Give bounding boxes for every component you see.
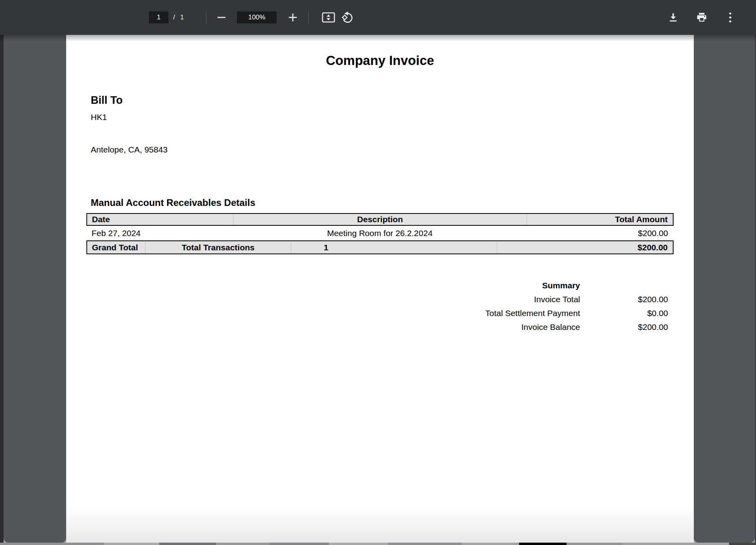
window-edge-left — [0, 35, 4, 543]
table-row: Feb 27, 2024 Meeting Room for 26.2.2024 … — [86, 226, 674, 240]
bill-to-address: Antelope, CA, 95843 — [91, 145, 168, 154]
toolbar-center-controls: / 1 100% — [149, 0, 357, 35]
viewer-background-left — [4, 35, 66, 543]
summary-label-settlement: Total Settlement Payment — [485, 306, 580, 320]
fit-page-button[interactable] — [319, 8, 338, 27]
column-header-description: Description — [233, 214, 527, 225]
download-icon — [668, 12, 678, 23]
bill-to-recipient: HK1 — [91, 112, 107, 122]
summary-section: Summary Invoice Total $200.00 Total Sett… — [485, 278, 674, 334]
total-transactions-label: Total Transactions — [145, 241, 291, 253]
more-options-icon — [729, 12, 731, 23]
more-options-button[interactable] — [721, 8, 740, 27]
download-button[interactable] — [664, 8, 683, 27]
grand-total-label: Grand Total — [87, 243, 145, 252]
table-header-row: Date Description Total Amount — [86, 213, 674, 226]
rotate-counterclockwise-icon — [341, 11, 354, 24]
summary-label-balance: Invoice Balance — [485, 320, 580, 334]
print-button[interactable] — [692, 8, 711, 27]
pdf-page: Company Invoice Bill To HK1 Antelope, CA… — [66, 35, 694, 543]
plus-icon — [289, 13, 297, 21]
page-number-input[interactable] — [149, 11, 168, 23]
cell-amount: $200.00 — [527, 229, 674, 238]
grand-total-amount: $200.00 — [497, 241, 673, 253]
page-count: 1 — [180, 13, 184, 21]
receivables-heading: Manual Account Receivables Details — [91, 197, 255, 208]
toolbar-divider — [308, 11, 309, 23]
summary-value-settlement: $0.00 — [580, 306, 668, 320]
invoice-title: Company Invoice — [66, 53, 694, 68]
rotate-button[interactable] — [338, 8, 357, 27]
viewer-background-right — [694, 35, 755, 543]
zoom-in-button[interactable] — [286, 10, 300, 25]
bottom-window-sliver — [0, 543, 756, 545]
summary-value-balance: $200.00 — [580, 320, 668, 334]
print-icon — [696, 12, 707, 23]
zoom-level: 100% — [237, 11, 277, 23]
column-header-date: Date — [87, 215, 233, 224]
fit-to-page-icon — [322, 11, 335, 23]
summary-heading: Summary — [485, 278, 580, 292]
minus-icon — [218, 17, 225, 18]
bill-to-heading: Bill To — [91, 94, 123, 107]
zoom-out-button[interactable] — [214, 10, 229, 25]
receivables-table: Date Description Total Amount Feb 27, 20… — [86, 213, 674, 254]
grand-total-row: Grand Total Total Transactions 1 $200.00 — [86, 240, 674, 254]
page-divider: / — [173, 13, 175, 21]
pdf-toolbar: / 1 100% — [0, 0, 756, 35]
column-header-total-amount: Total Amount — [527, 214, 673, 225]
cell-description: Meeting Room for 26.2.2024 — [233, 229, 527, 238]
cell-date: Feb 27, 2024 — [86, 229, 233, 238]
summary-label-invoice-total: Invoice Total — [485, 292, 580, 306]
summary-value-invoice-total: $200.00 — [580, 292, 668, 306]
summary-spacer — [580, 278, 668, 292]
toolbar-right-controls — [664, 0, 756, 35]
toolbar-divider — [206, 11, 206, 23]
total-transactions-value: 1 — [291, 241, 497, 253]
